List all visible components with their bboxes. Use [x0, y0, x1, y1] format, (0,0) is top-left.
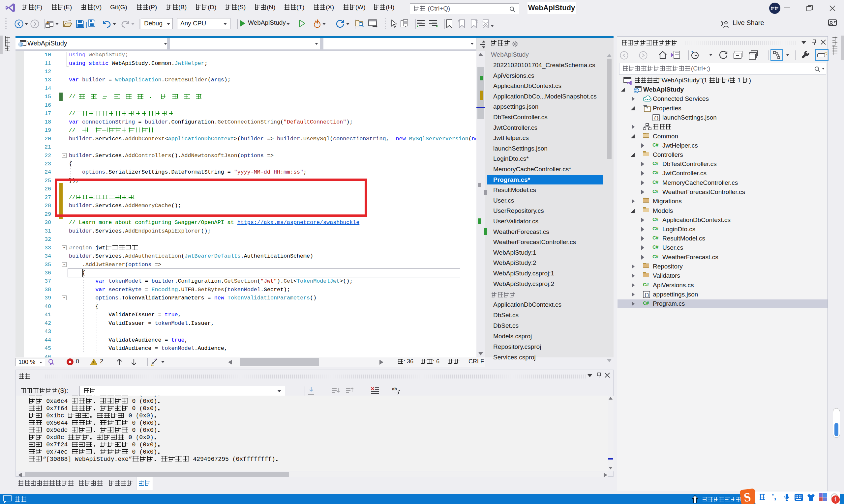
svg-text:{}: {} — [654, 115, 659, 121]
svg-text:{}: {} — [644, 292, 650, 298]
svg-text:ab: ab — [392, 386, 397, 391]
